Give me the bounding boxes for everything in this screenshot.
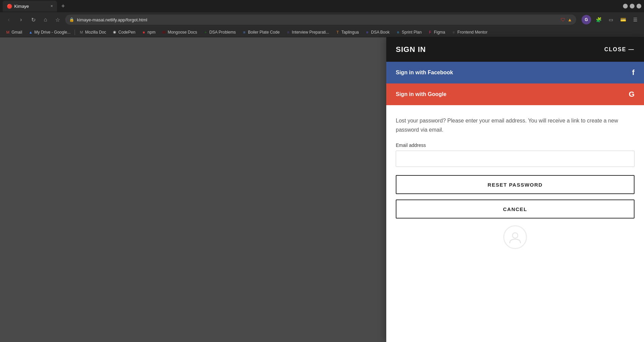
sidebar-toggle-icon[interactable]: ▭ (606, 15, 616, 24)
tab-bar: 🔴 Kimaye × + (0, 0, 644, 12)
bookmark-taplingua-label: Taplingua (341, 30, 359, 35)
bookmark-mongoose-label: Mongoose Docs (168, 30, 197, 35)
codepen-icon: ◉ (112, 30, 117, 35)
sign-in-header: SIGN IN CLOSE — (386, 37, 644, 62)
close-label: CLOSE (604, 46, 626, 53)
bookmark-boilerplate[interactable]: ≡ Boiler Plate Code (239, 29, 282, 35)
brave-rewards-icon: ▲ (567, 17, 572, 22)
tab-favicon: 🔴 (7, 3, 12, 9)
new-tab-button[interactable]: + (58, 1, 68, 11)
bookmark-drive-label: My Drive - Google... (34, 30, 71, 35)
forward-button[interactable]: › (16, 15, 26, 24)
bookmark-gmail-label: Gmail (12, 30, 22, 35)
address-bar[interactable]: 🔒 kimaye-masai.netlify.app/forgot.html 🛡… (65, 15, 576, 25)
mozilla-icon: M (79, 30, 84, 35)
email-input[interactable] (396, 151, 635, 167)
active-tab[interactable]: 🔴 Kimaye × (3, 1, 57, 12)
maximize-button[interactable] (630, 4, 635, 8)
google-signin-label: Sign in with Google (396, 91, 446, 97)
google-icon: G (629, 90, 635, 99)
bookmark-figma[interactable]: F Figma (425, 29, 448, 35)
brave-shield-icon: 🛡 (561, 17, 565, 22)
form-description: Lost your password? Please enter your em… (396, 116, 635, 134)
dsa-problems-icon: + (203, 30, 208, 35)
bookmark-frontend-mentor-label: Frontend Mentor (457, 30, 488, 35)
reload-button[interactable]: ↻ (28, 15, 38, 24)
frontend-mentor-icon: ≡ (451, 30, 456, 35)
bookmark-frontend-mentor[interactable]: ≡ Frontend Mentor (449, 29, 490, 35)
close-dash-icon: — (628, 46, 635, 53)
bookmark-npm-label: npm (148, 30, 155, 35)
page-background (0, 37, 386, 342)
svg-point-0 (512, 233, 518, 238)
forgot-password-form: Lost your password? Please enter your em… (386, 105, 644, 342)
browser-actions: G 🧩 ▭ 💳 ☰ (582, 15, 640, 24)
close-panel-button[interactable]: CLOSE — (604, 46, 635, 53)
bookmark-codepen-label: CodePen (118, 30, 135, 35)
interview-icon: ≡ (286, 30, 291, 35)
bookmarks-bar: M Gmail ▲ My Drive - Google... M Mozilla… (0, 27, 644, 37)
sign-in-title: SIGN IN (396, 45, 426, 54)
page-content: SIGN IN CLOSE — Sign in with Facebook f … (0, 37, 644, 342)
address-bar-icons: 🛡 ▲ (561, 17, 572, 22)
email-label: Email address (396, 142, 635, 148)
back-button[interactable]: ‹ (4, 15, 14, 24)
bookmark-mongoose[interactable]: M Mongoose Docs (159, 29, 200, 35)
avatar-icon (503, 225, 527, 249)
bookmarks-divider-1 (75, 30, 75, 35)
bookmark-dsabook-label: DSA Book (371, 30, 390, 35)
npm-icon: ■ (141, 30, 146, 35)
bookmark-codepen[interactable]: ◉ CodePen (110, 29, 138, 35)
bookmark-dsabook[interactable]: ≡ DSA Book (362, 29, 392, 35)
extensions-icon[interactable]: 🧩 (594, 15, 603, 24)
minimize-button[interactable] (623, 4, 628, 8)
bookmark-dsa-problems-label: DSA Problems (209, 30, 236, 35)
dsabook-icon: ≡ (365, 30, 370, 35)
bookmark-sprint[interactable]: ≡ Sprint Plan (393, 29, 425, 35)
reset-password-button[interactable]: RESET PASSWORD (396, 175, 635, 194)
taplingua-icon: T (335, 30, 340, 35)
facebook-icon: f (632, 68, 635, 77)
bookmark-interview-label: Interview Preparati... (292, 30, 329, 35)
bookmark-mozilla-label: Mozilla Doc (85, 30, 106, 35)
window-close-button[interactable] (637, 4, 641, 8)
tab-close-button[interactable]: × (51, 4, 53, 8)
sprint-icon: ≡ (396, 30, 401, 35)
home-button[interactable]: ⌂ (41, 15, 50, 24)
bookmark-sprint-label: Sprint Plan (402, 30, 422, 35)
facebook-signin-button[interactable]: Sign in with Facebook f (386, 62, 644, 83)
bookmark-dsa-problems[interactable]: + DSA Problems (200, 29, 238, 35)
drive-icon: ▲ (28, 30, 33, 35)
bookmark-boilerplate-label: Boiler Plate Code (248, 30, 279, 35)
cancel-button[interactable]: CANCEL (396, 200, 635, 218)
menu-icon[interactable]: ☰ (630, 15, 640, 24)
window-controls (623, 4, 641, 8)
facebook-signin-label: Sign in with Facebook (396, 70, 453, 76)
boilerplate-icon: ≡ (242, 30, 247, 35)
lock-icon: 🔒 (69, 17, 74, 22)
bookmark-drive[interactable]: ▲ My Drive - Google... (25, 29, 73, 35)
url-text: kimaye-masai.netlify.app/forgot.html (77, 17, 558, 22)
mongoose-icon: M (161, 30, 166, 35)
bookmark-taplingua[interactable]: T Taplingua (333, 29, 362, 35)
wallet-icon[interactable]: 💳 (618, 15, 628, 24)
navigation-bar: ‹ › ↻ ⌂ ☆ 🔒 kimaye-masai.netlify.app/for… (0, 12, 644, 27)
bookmark-interview[interactable]: ≡ Interview Preparati... (283, 29, 332, 35)
profile-icon[interactable]: G (582, 15, 591, 24)
tab-title: Kimaye (14, 4, 48, 9)
google-signin-button[interactable]: Sign in with Google G (386, 83, 644, 105)
bookmark-mozilla[interactable]: M Mozilla Doc (76, 29, 109, 35)
bookmark-page-button[interactable]: ☆ (53, 15, 62, 24)
bookmark-npm[interactable]: ■ npm (139, 29, 158, 35)
avatar-decoration (396, 218, 635, 252)
bookmark-gmail[interactable]: M Gmail (3, 29, 25, 35)
bookmark-figma-label: Figma (434, 30, 445, 35)
sign-in-panel: SIGN IN CLOSE — Sign in with Facebook f … (386, 37, 644, 342)
figma-icon: F (428, 30, 432, 35)
gmail-icon: M (5, 30, 10, 35)
